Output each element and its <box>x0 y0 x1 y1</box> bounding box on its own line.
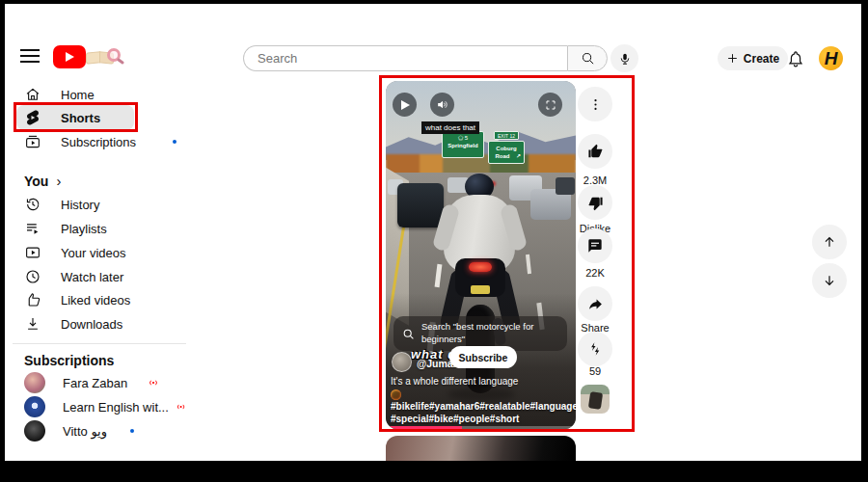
comments-button[interactable] <box>578 228 612 263</box>
sidebar-item-shorts[interactable]: Shorts <box>16 105 134 130</box>
share-button[interactable] <box>578 286 612 321</box>
channel-avatar <box>24 420 45 442</box>
avatar-letter: H <box>825 49 838 67</box>
history-icon <box>24 196 41 213</box>
emoji-icon: 🥵 <box>391 389 401 400</box>
home-icon <box>24 86 41 103</box>
app-window: Create H Home Shorts Subscriptions You <box>5 4 861 461</box>
previous-short-button[interactable] <box>812 225 847 259</box>
hamburger-line <box>20 61 40 63</box>
microphone-icon <box>618 52 632 66</box>
subscriptions-icon <box>24 133 41 150</box>
remix-button[interactable] <box>578 332 612 366</box>
sidebar-item-subscriptions[interactable]: Subscriptions <box>9 129 182 154</box>
sign-left-text: Springfield <box>443 143 483 150</box>
sidebar-item-home[interactable]: Home <box>9 82 182 107</box>
downloads-icon <box>24 315 41 333</box>
remix-count: 59 <box>560 365 630 377</box>
sidebar-item-label: Your videos <box>61 246 125 260</box>
arrow-down-icon <box>822 273 837 288</box>
scene-sign-right: Coburg Road ↗ <box>488 141 525 164</box>
scene-sign-exit: EXIT 12 <box>494 131 519 140</box>
sidebar-item-history[interactable]: History <box>9 192 182 217</box>
new-content-dot <box>173 140 176 144</box>
shorts-icon <box>24 109 41 126</box>
sidebar-item-liked-videos[interactable]: Liked videos <box>9 287 182 312</box>
sidebar-item-downloads[interactable]: Downloads <box>9 311 182 336</box>
you-label: You <box>24 174 48 189</box>
search-button[interactable] <box>567 45 608 71</box>
arrow-up-icon <box>822 234 837 250</box>
fullscreen-button[interactable] <box>538 93 562 117</box>
playlists-icon <box>24 220 41 237</box>
volume-icon <box>436 98 448 111</box>
hamburger-line <box>20 49 40 51</box>
progress-bar[interactable] <box>386 426 576 429</box>
next-video-preview[interactable] <box>386 436 576 461</box>
bell-icon <box>786 49 805 68</box>
extension-sticker-icon <box>84 42 124 73</box>
dislike-button[interactable] <box>578 185 612 220</box>
like-button[interactable] <box>578 134 612 169</box>
subscribe-button[interactable]: Subscribe <box>449 346 517 368</box>
sidebar-item-label: Downloads <box>61 317 122 332</box>
shorts-video-player[interactable]: ⬠ 5 Springfield EXIT 12 Coburg Road ↗ <box>386 81 576 429</box>
youtube-play-triangle <box>66 52 74 62</box>
description-hashtags-2: #special#bike#people#short <box>391 414 570 424</box>
remix-icon <box>587 341 603 357</box>
search-bar <box>243 45 608 71</box>
next-short-button[interactable] <box>812 263 847 298</box>
uploader-avatar[interactable] <box>392 352 412 372</box>
youtube-logo-icon[interactable] <box>53 45 86 68</box>
suggested-search-text: Search "best motorcycle for beginners" <box>421 321 558 346</box>
sidebar-item-label: Home <box>61 88 95 102</box>
channel-name: Learn English wit... <box>63 400 169 415</box>
create-button[interactable]: Create <box>718 46 788 70</box>
chevron-right-icon: › <box>56 173 61 189</box>
channel-name: Vitto ويو <box>63 424 113 439</box>
hamburger-menu-button[interactable] <box>20 49 40 63</box>
sidebar-item-label: Shorts <box>61 111 100 125</box>
search-input[interactable] <box>243 45 567 71</box>
voice-search-button[interactable] <box>610 44 638 72</box>
description-line1: It's a whole different language <box>391 376 570 387</box>
channel-name: Fara Zaban <box>63 376 129 390</box>
thumbs-down-icon <box>587 195 604 211</box>
create-label: Create <box>744 52 779 66</box>
subscription-learn-english[interactable]: Learn English wit... <box>9 394 187 419</box>
sidebar-you-header[interactable]: You › <box>24 173 61 189</box>
play-button[interactable] <box>393 93 417 117</box>
mute-button[interactable] <box>430 93 454 117</box>
scene-bike-taillight <box>469 262 492 272</box>
watch-later-icon <box>24 268 41 285</box>
sign-exit-text: EXIT 12 <box>498 133 515 139</box>
live-icon <box>175 402 187 412</box>
channel-avatar <box>24 372 45 393</box>
search-icon <box>581 51 595 66</box>
account-avatar[interactable]: H <box>819 46 843 70</box>
sidebar-item-watch-later[interactable]: Watch later <box>9 264 182 289</box>
video-description[interactable]: It's a whole different language 🥵 #bikel… <box>391 376 570 424</box>
sign-arrow: ↗ <box>516 153 521 161</box>
hamburger-line <box>20 55 40 57</box>
fullscreen-icon <box>545 99 556 111</box>
scene-car-suv <box>397 183 444 228</box>
subscription-vitto[interactable]: Vitto ويو <box>9 418 187 443</box>
share-icon <box>587 296 604 312</box>
more-vertical-icon <box>588 97 603 112</box>
liked-videos-icon <box>24 291 41 308</box>
sidebar-item-label: Subscriptions <box>61 135 136 149</box>
sidebar-item-playlists[interactable]: Playlists <box>9 216 182 241</box>
sidebar-item-label: Playlists <box>61 222 107 236</box>
sidebar-item-your-videos[interactable]: Your videos <box>9 240 182 265</box>
more-options-button[interactable] <box>578 87 612 121</box>
notifications-button[interactable] <box>786 47 809 70</box>
subscription-fara-zaban[interactable]: Fara Zaban <box>9 370 187 395</box>
sidebar-divider <box>13 343 186 344</box>
channel-thumbnail[interactable] <box>581 385 610 414</box>
sidebar-item-label: Liked videos <box>61 293 130 308</box>
comment-icon <box>587 238 603 254</box>
play-icon <box>401 100 410 110</box>
new-content-dot <box>130 429 134 433</box>
channel-avatar <box>24 396 45 417</box>
